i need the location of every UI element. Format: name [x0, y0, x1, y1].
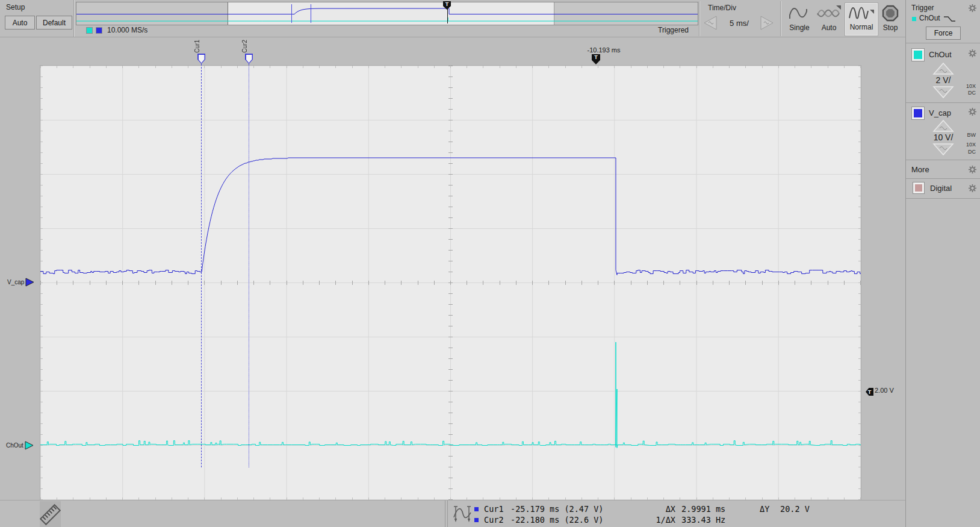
falling-edge-icon[interactable]: [943, 15, 957, 23]
waveform-plot[interactable]: [40, 65, 861, 500]
chout-gear-icon[interactable]: [969, 49, 976, 57]
vcap-channel-marker[interactable]: V_cap: [7, 278, 34, 287]
trigger-source-swatch: [912, 17, 916, 21]
divider: [73, 0, 75, 37]
divider: [447, 500, 448, 527]
trigger-gear-icon[interactable]: [969, 4, 976, 12]
divider: [780, 1, 781, 36]
chout-probe-tag: 10X: [966, 83, 976, 89]
cursor2-line[interactable]: [249, 64, 249, 467]
single-shot-icon: [787, 4, 811, 22]
trigger-level-marker[interactable]: T: [866, 388, 873, 396]
divider: [699, 1, 700, 36]
channel-vcap-section: V_cap 10 V/ BW 10X DC: [906, 103, 980, 160]
digital-section: Digital: [906, 179, 980, 199]
chout-scale-down-button[interactable]: [932, 86, 954, 99]
vcap-arrow-icon: [25, 278, 34, 287]
trigger-title: Trigger: [911, 4, 934, 12]
trigger-position-marker[interactable]: T: [592, 54, 600, 64]
digital-label: Digital: [930, 184, 952, 193]
run-normal-button[interactable]: Normal: [845, 3, 878, 36]
timebase-increase-button[interactable]: [758, 14, 777, 33]
toolbar: Setup Auto Default T 10.000 MS/s Trigger…: [0, 0, 905, 37]
divider: [445, 500, 445, 527]
stop-octagon-icon: [882, 4, 899, 22]
oscilloscope-app: Setup Auto Default T 10.000 MS/s Trigger…: [0, 0, 980, 527]
cursor1-bullet: [474, 507, 479, 511]
vcap-gear-icon[interactable]: [969, 108, 976, 116]
chout-arrow-icon: [25, 441, 34, 450]
vcap-scale-up-button[interactable]: [932, 119, 954, 133]
setup-default-button[interactable]: Default: [36, 16, 72, 30]
more-section[interactable]: More: [906, 160, 980, 179]
cursor1-readout-row: Cur1 -25.179 ms (2.47 V) ΔX 2.9991 ms ΔY…: [474, 504, 810, 514]
force-trigger-button[interactable]: Force: [926, 27, 961, 40]
vcap-label: V_cap: [929, 108, 951, 117]
cursor2-handle[interactable]: [245, 54, 253, 64]
overview-legend: 10.000 MS/s Triggered: [76, 25, 698, 36]
ruler-icon: [40, 504, 61, 525]
arrow-left-icon: [701, 14, 719, 31]
acquisition-overview-strip[interactable]: T: [76, 2, 698, 25]
more-label: More: [911, 165, 929, 174]
run-auto-button[interactable]: Auto: [816, 4, 842, 34]
cursor1-handle[interactable]: [197, 54, 205, 64]
vcap-scale-down-button[interactable]: [932, 143, 954, 156]
stop-button[interactable]: Stop: [878, 4, 903, 34]
trigger-level-label: 2.00 V: [875, 387, 894, 394]
auto-trigger-icon: [816, 4, 842, 22]
trigger-time-label: -10.193 ms: [580, 46, 628, 54]
normal-trigger-icon: [848, 4, 875, 22]
chout-coupling-tag: DC: [968, 90, 976, 96]
chout-enable-checkbox[interactable]: [911, 48, 925, 61]
chout-scale-up-button[interactable]: [932, 62, 954, 75]
cursor-readout: Cur1 -25.179 ms (2.47 V) ΔX 2.9991 ms ΔY…: [474, 504, 810, 525]
timebase-value[interactable]: 5 ms/: [722, 19, 756, 28]
cursor2-label: Cur2: [241, 40, 248, 53]
vcap-probe-tag: 10X: [966, 142, 976, 148]
timebase-title: Time/Div: [708, 4, 736, 12]
setup-title: Setup: [6, 3, 25, 11]
overview-traces-canvas: [76, 2, 698, 25]
sample-rate-label: 10.000 MS/s: [107, 26, 147, 34]
setup-auto-button[interactable]: Auto: [5, 16, 35, 30]
digital-enable-checkbox[interactable]: [913, 182, 925, 194]
chout-label: ChOut: [929, 50, 952, 59]
trace-canvas: [40, 66, 861, 500]
vcap-coupling-tag: DC: [968, 149, 976, 155]
channel-chout-section: ChOut 2 V/ 10X DC: [906, 43, 980, 103]
chout-channel-marker[interactable]: ChOut: [6, 441, 34, 450]
trigger-source-label[interactable]: ChOut: [919, 14, 940, 22]
trigger-status-label: Triggered: [658, 26, 689, 34]
vcap-legend-swatch: [96, 27, 102, 34]
vcap-enable-checkbox[interactable]: [911, 107, 925, 120]
digital-gear-icon[interactable]: [969, 184, 976, 192]
more-gear-icon[interactable]: [969, 166, 976, 173]
cursor2-readout-row: Cur2 -22.180 ms (22.6 V) 1/ΔX 333.43 Hz: [474, 514, 810, 525]
arrow-right-icon: [758, 14, 777, 31]
cursor1-line[interactable]: [201, 64, 202, 467]
trigger-section: Trigger ChOut Force: [906, 0, 980, 43]
cursor1-label: Cur1: [194, 40, 200, 53]
chout-legend-swatch: [86, 27, 93, 34]
cursor2-bullet: [474, 518, 479, 522]
chout-scale-value[interactable]: 2 V/: [928, 75, 959, 85]
timebase-decrease-button[interactable]: [701, 14, 719, 33]
vcap-bw-tag: BW: [967, 132, 976, 138]
measure-tool-button[interactable]: [40, 501, 61, 527]
sidebar: Trigger ChOut Force ChOut 2 V/ 10X DC V_…: [905, 0, 980, 527]
vcap-scale-value[interactable]: 10 V/: [928, 133, 959, 142]
run-single-button[interactable]: Single: [784, 4, 815, 34]
cursor-measure-icon: [453, 503, 472, 525]
status-bar: Cur1 -25.179 ms (2.47 V) ΔX 2.9991 ms ΔY…: [0, 500, 905, 527]
